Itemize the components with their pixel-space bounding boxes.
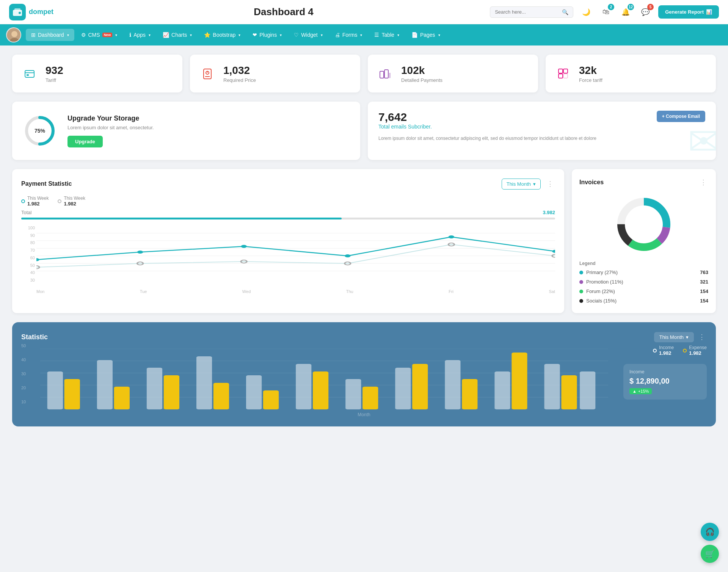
- top-header: dompet Dashboard 4 🔍 🌙 🛍 2 🔔 12 💬 5 Gene…: [0, 0, 728, 24]
- line-chart-svg: [36, 226, 555, 282]
- svg-rect-19: [563, 74, 568, 78]
- email-subtitle: Total emails Subcriber.: [378, 124, 432, 130]
- chevron-down-icon: ▾: [67, 33, 69, 37]
- legend1-val: 1.982: [27, 201, 49, 207]
- invoices-title: Invoices: [579, 179, 604, 186]
- svg-rect-62: [345, 379, 361, 409]
- stat-month-dropdown[interactable]: This Month ▾: [654, 332, 694, 342]
- statistic-more-options[interactable]: ⋮: [697, 331, 707, 343]
- payment-more-options[interactable]: ⋮: [545, 178, 555, 190]
- svg-rect-60: [296, 364, 311, 409]
- svg-rect-57: [213, 383, 229, 409]
- month-dropdown[interactable]: This Month ▾: [502, 179, 541, 190]
- charts-icon: 📈: [163, 32, 169, 38]
- income-dot: [653, 349, 657, 353]
- charts-row: Payment Statistic This Month ▾ ⋮ This We…: [12, 169, 716, 313]
- svg-rect-72: [580, 371, 595, 409]
- generate-report-button[interactable]: Generate Report 📊: [658, 5, 719, 19]
- nav-item-dashboard[interactable]: ⊞ Dashboard ▾: [26, 29, 74, 41]
- legend-dot-teal: [21, 199, 25, 203]
- svg-rect-18: [559, 74, 563, 78]
- nav-item-table[interactable]: ☰ Table ▾: [369, 29, 404, 41]
- search-input[interactable]: [495, 9, 559, 15]
- svg-point-2: [19, 12, 21, 14]
- primary-dot: [579, 271, 583, 274]
- dashboard-icon: ⊞: [31, 32, 36, 38]
- invoices-header: Invoices ⋮: [579, 177, 708, 188]
- legend1-label: This Week: [27, 196, 49, 201]
- nav-label-dashboard: Dashboard: [38, 32, 64, 38]
- up-arrow-icon: ▲: [632, 389, 637, 393]
- promotion-dot: [579, 280, 583, 284]
- nav-item-forms[interactable]: 🖨 Forms ▾: [329, 29, 368, 41]
- legend2-val: 1.982: [64, 201, 85, 207]
- svg-point-32: [449, 235, 455, 238]
- svg-rect-61: [313, 371, 328, 409]
- payment-legends: This Week 1.982 This Week 1.982: [21, 196, 555, 207]
- nav-label-plugins: Plugins: [259, 32, 277, 38]
- forum-label: Forum (22%): [586, 288, 615, 294]
- dark-mode-toggle[interactable]: 🌙: [579, 5, 593, 19]
- inv-legend-promotion: Promotion (11%) 321: [579, 277, 708, 287]
- header-right: 🔍 🌙 🛍 2 🔔 12 💬 5 Generate Report 📊: [490, 5, 719, 19]
- statistic-header: Statistic This Month ▾ ⋮: [21, 331, 707, 343]
- invoices-legend: Legend Primary (27%) 763 Promotion (11%)…: [579, 261, 708, 306]
- svg-rect-6: [25, 71, 34, 77]
- middle-row: 75% Upgrade Your Storage Lorem ipsum dol…: [12, 102, 716, 160]
- nav-label-bootstrap: Bootstrap: [213, 32, 235, 38]
- stat-month-label: This Month: [659, 334, 684, 340]
- income-legend: Income 1.982: [653, 345, 674, 356]
- y-axis: 100 90 80 70 60 50 40 30: [21, 226, 35, 282]
- invoices-more-options[interactable]: ⋮: [698, 177, 708, 188]
- svg-rect-59: [263, 390, 279, 409]
- nav-item-pages[interactable]: 📄 Pages ▾: [406, 29, 446, 41]
- invoices-card: Invoices ⋮ L: [572, 169, 716, 313]
- storage-title: Upgrade Your Storage: [67, 114, 154, 122]
- svg-rect-13: [380, 71, 384, 78]
- force-tariff-value: 32k: [579, 64, 602, 77]
- search-box[interactable]: 🔍: [490, 6, 573, 18]
- logo-area: dompet: [9, 4, 77, 20]
- cms-new-badge: New: [102, 33, 113, 37]
- nav-label-table: Table: [381, 32, 394, 38]
- chat-badge: 5: [647, 4, 654, 10]
- nav-label-forms: Forms: [342, 32, 358, 38]
- month-label: This Month: [507, 181, 531, 187]
- chat-icon-btn[interactable]: 💬 5: [639, 5, 652, 19]
- chevron-down-icon-8: ▾: [360, 33, 362, 37]
- socials-label: Socials (15%): [586, 298, 617, 304]
- svg-rect-58: [246, 375, 262, 409]
- generate-btn-label: Generate Report: [665, 9, 704, 15]
- svg-rect-68: [494, 371, 510, 409]
- chevron-down-icon-6: ▾: [280, 33, 282, 37]
- nav-item-charts[interactable]: 📈 Charts ▾: [157, 29, 197, 41]
- nav-label-cms: CMS: [88, 32, 100, 38]
- required-price-icon: [198, 64, 217, 83]
- svg-point-31: [345, 254, 351, 257]
- expense-dot: [683, 349, 687, 353]
- bell-icon-btn[interactable]: 🔔 12: [619, 5, 632, 19]
- storage-percent: 75%: [35, 128, 45, 134]
- nav-item-widget[interactable]: ♡ Widget ▾: [289, 29, 328, 41]
- nav-label-apps: Apps: [133, 32, 146, 38]
- expense-label: Expense: [689, 345, 707, 350]
- stat-card-force-tariff: 32k Force tariff: [546, 55, 716, 92]
- chevron-down-icon-7: ▾: [321, 33, 323, 37]
- nav-item-plugins[interactable]: ❤ Plugins ▾: [247, 29, 287, 41]
- inv-legend-primary: Primary (27%) 763: [579, 268, 708, 277]
- socials-dot: [579, 299, 583, 303]
- detailed-payments-value: 102k: [401, 64, 442, 77]
- shop-badge: 2: [608, 4, 614, 10]
- shop-icon-btn[interactable]: 🛍 2: [599, 5, 613, 19]
- logo-icon: [9, 4, 26, 20]
- forms-icon: 🖨: [335, 32, 340, 38]
- nav-item-cms[interactable]: ⚙ CMS New ▾: [76, 29, 123, 41]
- nav-item-apps[interactable]: ℹ Apps ▾: [124, 29, 156, 41]
- upgrade-button[interactable]: Upgrade: [67, 136, 103, 147]
- compose-email-button[interactable]: + Compose Email: [657, 111, 705, 122]
- income-badge: ▲ +15%: [629, 388, 652, 394]
- income-percent: +15%: [638, 389, 649, 393]
- legend-title: Legend: [579, 261, 708, 266]
- nav-item-bootstrap[interactable]: ⭐ Bootstrap ▾: [199, 29, 246, 41]
- payment-controls: This Month ▾ ⋮: [502, 178, 555, 190]
